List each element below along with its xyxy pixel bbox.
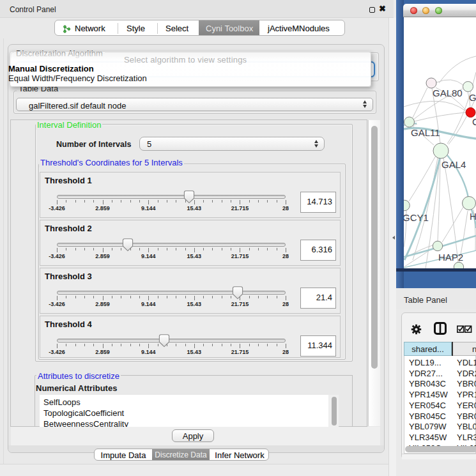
svg-text:H: H xyxy=(470,211,476,222)
svg-text:GAL11: GAL11 xyxy=(411,127,440,138)
svg-text:GAL4: GAL4 xyxy=(441,159,466,170)
svg-text:C: C xyxy=(472,116,476,127)
svg-text:HAP2: HAP2 xyxy=(438,252,463,263)
svg-text:GA: GA xyxy=(469,92,476,103)
svg-text:GAL80: GAL80 xyxy=(433,88,463,98)
svg-text:GCY1: GCY1 xyxy=(404,212,429,223)
